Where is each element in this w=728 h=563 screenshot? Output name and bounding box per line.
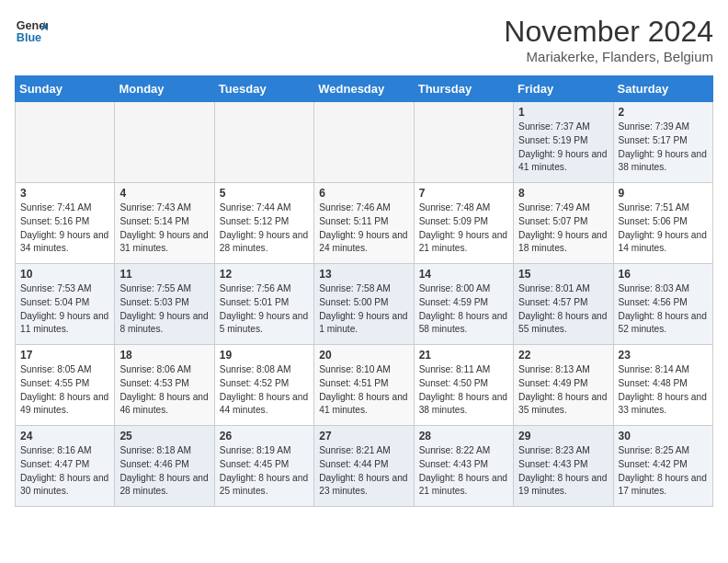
day-info: Sunrise: 7:46 AM Sunset: 5:11 PM Dayligh… — [319, 201, 408, 256]
calendar-cell: 6Sunrise: 7:46 AM Sunset: 5:11 PM Daylig… — [314, 183, 414, 264]
day-number: 10 — [20, 268, 109, 281]
day-number: 25 — [119, 430, 209, 442]
weekday-header-row: SundayMondayTuesdayWednesdayThursdayFrid… — [16, 76, 713, 102]
title-block: November 2024 Mariakerke, Flanders, Belg… — [504, 15, 713, 64]
day-info: Sunrise: 8:22 AM Sunset: 4:43 PM Dayligh… — [419, 444, 508, 499]
svg-text:Blue: Blue — [17, 31, 41, 44]
calendar-cell: 27Sunrise: 8:21 AM Sunset: 4:44 PM Dayli… — [314, 426, 414, 507]
weekday-header: Wednesday — [314, 76, 414, 102]
day-info: Sunrise: 7:51 AM Sunset: 5:06 PM Dayligh… — [619, 201, 708, 256]
day-info: Sunrise: 8:01 AM Sunset: 4:57 PM Dayligh… — [518, 282, 608, 337]
day-info: Sunrise: 8:05 AM Sunset: 4:55 PM Dayligh… — [20, 363, 109, 418]
calendar-cell — [115, 102, 214, 183]
calendar-week-row: 24Sunrise: 8:16 AM Sunset: 4:47 PM Dayli… — [16, 426, 713, 507]
day-number: 19 — [220, 349, 309, 362]
day-info: Sunrise: 8:03 AM Sunset: 4:56 PM Dayligh… — [619, 282, 708, 337]
day-info: Sunrise: 8:00 AM Sunset: 4:59 PM Dayligh… — [419, 282, 508, 337]
day-number: 5 — [220, 187, 309, 200]
calendar-cell: 25Sunrise: 8:18 AM Sunset: 4:46 PM Dayli… — [115, 426, 214, 507]
day-number: 18 — [119, 349, 209, 362]
month-title: November 2024 — [504, 15, 713, 49]
day-info: Sunrise: 7:44 AM Sunset: 5:12 PM Dayligh… — [220, 201, 309, 256]
weekday-header: Saturday — [613, 76, 712, 102]
calendar-cell: 7Sunrise: 7:48 AM Sunset: 5:09 PM Daylig… — [414, 183, 513, 264]
calendar-cell — [414, 102, 513, 183]
day-number: 12 — [220, 268, 309, 281]
day-info: Sunrise: 8:14 AM Sunset: 4:48 PM Dayligh… — [619, 363, 708, 418]
day-info: Sunrise: 8:25 AM Sunset: 4:42 PM Dayligh… — [619, 444, 708, 499]
day-number: 28 — [419, 430, 508, 442]
calendar-cell: 24Sunrise: 8:16 AM Sunset: 4:47 PM Dayli… — [16, 426, 115, 507]
weekday-header: Friday — [514, 76, 613, 102]
calendar-cell: 16Sunrise: 8:03 AM Sunset: 4:56 PM Dayli… — [613, 264, 712, 345]
day-number: 24 — [20, 430, 109, 442]
calendar-cell: 1Sunrise: 7:37 AM Sunset: 5:19 PM Daylig… — [514, 102, 613, 183]
day-number: 6 — [319, 187, 408, 200]
logo: General Blue — [15, 15, 48, 48]
day-number: 16 — [619, 268, 708, 281]
calendar-cell: 5Sunrise: 7:44 AM Sunset: 5:12 PM Daylig… — [214, 183, 313, 264]
day-info: Sunrise: 8:16 AM Sunset: 4:47 PM Dayligh… — [20, 444, 109, 499]
calendar-body: 1Sunrise: 7:37 AM Sunset: 5:19 PM Daylig… — [16, 102, 713, 507]
day-number: 26 — [220, 430, 309, 442]
day-info: Sunrise: 7:48 AM Sunset: 5:09 PM Dayligh… — [419, 201, 508, 256]
day-number: 11 — [119, 268, 209, 281]
calendar-cell: 19Sunrise: 8:08 AM Sunset: 4:52 PM Dayli… — [214, 345, 313, 426]
day-info: Sunrise: 7:39 AM Sunset: 5:17 PM Dayligh… — [619, 121, 708, 175]
calendar-cell: 29Sunrise: 8:23 AM Sunset: 4:43 PM Dayli… — [514, 426, 613, 507]
calendar-cell: 8Sunrise: 7:49 AM Sunset: 5:07 PM Daylig… — [514, 183, 613, 264]
calendar-cell: 17Sunrise: 8:05 AM Sunset: 4:55 PM Dayli… — [16, 345, 115, 426]
day-number: 15 — [518, 268, 608, 281]
day-info: Sunrise: 7:49 AM Sunset: 5:07 PM Dayligh… — [518, 201, 608, 256]
day-number: 23 — [619, 349, 708, 362]
calendar-cell: 11Sunrise: 7:55 AM Sunset: 5:03 PM Dayli… — [115, 264, 214, 345]
day-info: Sunrise: 7:56 AM Sunset: 5:01 PM Dayligh… — [220, 282, 309, 337]
calendar-cell — [214, 102, 313, 183]
calendar-cell — [314, 102, 414, 183]
weekday-header: Tuesday — [214, 76, 313, 102]
day-info: Sunrise: 7:55 AM Sunset: 5:03 PM Dayligh… — [119, 282, 209, 337]
day-number: 30 — [619, 430, 708, 442]
calendar-table: SundayMondayTuesdayWednesdayThursdayFrid… — [15, 75, 713, 507]
calendar-cell: 22Sunrise: 8:13 AM Sunset: 4:49 PM Dayli… — [514, 345, 613, 426]
calendar-cell — [16, 102, 115, 183]
day-info: Sunrise: 7:41 AM Sunset: 5:16 PM Dayligh… — [20, 201, 109, 256]
day-info: Sunrise: 7:53 AM Sunset: 5:04 PM Dayligh… — [20, 282, 109, 337]
day-info: Sunrise: 8:21 AM Sunset: 4:44 PM Dayligh… — [319, 444, 408, 499]
day-number: 2 — [619, 106, 708, 119]
logo-icon: General Blue — [15, 15, 48, 48]
calendar-week-row: 10Sunrise: 7:53 AM Sunset: 5:04 PM Dayli… — [16, 264, 713, 345]
weekday-header: Sunday — [16, 76, 115, 102]
calendar-cell: 26Sunrise: 8:19 AM Sunset: 4:45 PM Dayli… — [214, 426, 313, 507]
day-number: 14 — [419, 268, 508, 281]
calendar-cell: 10Sunrise: 7:53 AM Sunset: 5:04 PM Dayli… — [16, 264, 115, 345]
location-subtitle: Mariakerke, Flanders, Belgium — [504, 49, 713, 64]
calendar-cell: 2Sunrise: 7:39 AM Sunset: 5:17 PM Daylig… — [613, 102, 712, 183]
calendar-cell: 9Sunrise: 7:51 AM Sunset: 5:06 PM Daylig… — [613, 183, 712, 264]
calendar-cell: 20Sunrise: 8:10 AM Sunset: 4:51 PM Dayli… — [314, 345, 414, 426]
calendar-week-row: 3Sunrise: 7:41 AM Sunset: 5:16 PM Daylig… — [16, 183, 713, 264]
day-info: Sunrise: 8:13 AM Sunset: 4:49 PM Dayligh… — [518, 363, 608, 418]
day-info: Sunrise: 8:23 AM Sunset: 4:43 PM Dayligh… — [518, 444, 608, 499]
page-header: General Blue November 2024 Mariakerke, F… — [15, 15, 713, 64]
day-number: 3 — [20, 187, 109, 200]
day-number: 21 — [419, 349, 508, 362]
day-info: Sunrise: 8:10 AM Sunset: 4:51 PM Dayligh… — [319, 363, 408, 418]
day-number: 7 — [419, 187, 508, 200]
calendar-cell: 4Sunrise: 7:43 AM Sunset: 5:14 PM Daylig… — [115, 183, 214, 264]
calendar-cell: 14Sunrise: 8:00 AM Sunset: 4:59 PM Dayli… — [414, 264, 513, 345]
calendar-cell: 13Sunrise: 7:58 AM Sunset: 5:00 PM Dayli… — [314, 264, 414, 345]
calendar-cell: 21Sunrise: 8:11 AM Sunset: 4:50 PM Dayli… — [414, 345, 513, 426]
calendar-cell: 18Sunrise: 8:06 AM Sunset: 4:53 PM Dayli… — [115, 345, 214, 426]
day-number: 27 — [319, 430, 408, 442]
weekday-header: Monday — [115, 76, 214, 102]
day-number: 29 — [518, 430, 608, 442]
calendar-cell: 3Sunrise: 7:41 AM Sunset: 5:16 PM Daylig… — [16, 183, 115, 264]
day-number: 1 — [518, 106, 608, 119]
calendar-cell: 30Sunrise: 8:25 AM Sunset: 4:42 PM Dayli… — [613, 426, 712, 507]
day-info: Sunrise: 7:58 AM Sunset: 5:00 PM Dayligh… — [319, 282, 408, 337]
day-number: 13 — [319, 268, 408, 281]
day-info: Sunrise: 7:43 AM Sunset: 5:14 PM Dayligh… — [119, 201, 209, 256]
day-info: Sunrise: 8:18 AM Sunset: 4:46 PM Dayligh… — [119, 444, 209, 499]
day-number: 8 — [518, 187, 608, 200]
